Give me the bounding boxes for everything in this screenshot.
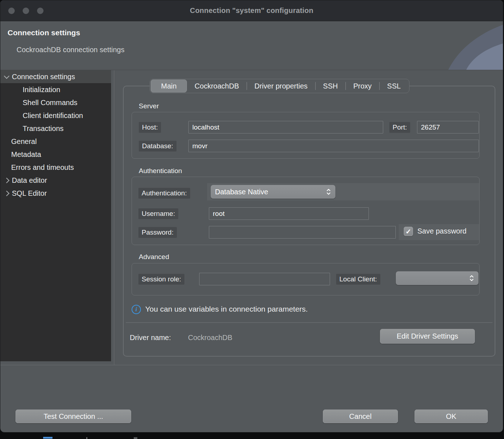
- tree-item-initialization[interactable]: Initialization: [0, 83, 111, 96]
- tree-item-shell-commands[interactable]: Shell Commands: [0, 96, 111, 109]
- test-connection-button[interactable]: Test Connection ...: [15, 409, 131, 423]
- tab-ssl[interactable]: SSL: [380, 80, 408, 92]
- tree-item-label: General: [11, 137, 37, 146]
- tree-item-label: SQL Editor: [12, 189, 47, 198]
- tree-item-label: Transactions: [23, 125, 64, 133]
- tree-item-label: Errors and timeouts: [11, 163, 74, 172]
- titlebar: Connection "system" configuration: [0, 0, 503, 21]
- tree-item-client-identification[interactable]: Client identification: [0, 109, 111, 122]
- decorative-swoosh: [424, 21, 503, 70]
- main-tab-panel: [123, 86, 495, 357]
- tab-proxy[interactable]: Proxy: [346, 80, 379, 92]
- tree-item-label: Shell Commands: [23, 99, 77, 107]
- window-title: Connection "system" configuration: [190, 6, 313, 15]
- tab-cockroachdb[interactable]: CockroachDB: [187, 80, 246, 92]
- tab-main[interactable]: Main: [151, 80, 187, 92]
- tree-item-sql-editor[interactable]: SQL Editor: [0, 187, 111, 200]
- sidebar-sash[interactable]: [114, 70, 114, 365]
- tab-bar: Main CockroachDB Driver properties SSH P…: [150, 79, 409, 93]
- settings-tree: Connection settings Initialization Shell…: [0, 70, 111, 361]
- tree-item-data-editor[interactable]: Data editor: [0, 174, 111, 187]
- tree-item-label: Metadata: [11, 150, 41, 159]
- tree-item-label: Connection settings: [12, 73, 75, 81]
- tab-driver-properties[interactable]: Driver properties: [247, 80, 315, 92]
- maximize-window-button[interactable]: [37, 8, 43, 14]
- ok-button[interactable]: OK: [414, 409, 488, 423]
- header-title: Connection settings: [8, 28, 80, 37]
- chevron-down-icon: [4, 73, 10, 79]
- connection-configuration-dialog: Connection "system" configuration Connec…: [0, 0, 503, 433]
- wizard-header: Connection settings CockroachDB connecti…: [0, 21, 503, 70]
- background-fragment: [134, 437, 137, 439]
- tree-item-errors-and-timeouts[interactable]: Errors and timeouts: [0, 161, 111, 174]
- tree-item-label: Data editor: [12, 176, 47, 185]
- chevron-right-icon: [4, 177, 10, 183]
- background-fragment: [86, 437, 87, 439]
- tab-ssh[interactable]: SSH: [316, 80, 345, 92]
- background-fragment: [43, 437, 52, 439]
- minimize-window-button[interactable]: [23, 8, 29, 14]
- tree-item-metadata[interactable]: Metadata: [0, 148, 111, 161]
- tree-item-label: Initialization: [23, 86, 60, 94]
- tree-item-general[interactable]: General: [0, 135, 111, 148]
- window-controls: [8, 8, 43, 14]
- tree-item-label: Client identification: [23, 112, 83, 120]
- footer-divider: [0, 365, 503, 365]
- tree-item-connection-settings[interactable]: Connection settings: [0, 70, 111, 83]
- chevron-right-icon: [4, 190, 10, 196]
- cancel-button[interactable]: Cancel: [323, 409, 398, 423]
- header-subtitle: CockroachDB connection settings: [17, 46, 124, 54]
- close-window-button[interactable]: [8, 8, 15, 14]
- tree-item-transactions[interactable]: Transactions: [0, 122, 111, 135]
